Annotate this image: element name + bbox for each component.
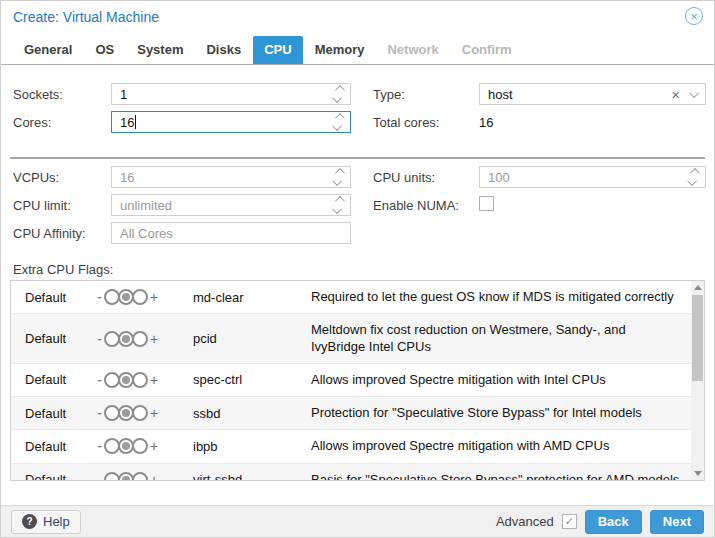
flag-tristate-slider[interactable]: - + [97, 289, 193, 305]
next-button[interactable]: Next [650, 510, 704, 534]
extra-cpu-flags-label: Extra CPU Flags: [13, 262, 113, 277]
scrollbar-thumb[interactable] [692, 295, 703, 381]
chevron-down-icon [332, 93, 342, 103]
grid-scrollbar[interactable] [691, 281, 704, 480]
advanced-label: Advanced [496, 514, 554, 529]
flag-description: Basis for "Speculative Store Bypass" pro… [311, 472, 687, 482]
flag-tristate-slider[interactable]: - + [97, 372, 193, 388]
cpu-affinity-label: CPU Affinity: [13, 226, 86, 241]
chevron-down-icon [687, 176, 697, 186]
plus-icon: + [150, 332, 158, 346]
minus-icon: - [97, 332, 102, 346]
spinner-buttons[interactable] [335, 196, 344, 214]
clear-icon[interactable]: × [671, 87, 680, 102]
footer-bar: ? Help Advanced ✓ Back Next [1, 505, 714, 537]
flag-tristate-slider[interactable]: - + [97, 405, 193, 421]
flag-tristate-slider[interactable]: - + [97, 472, 193, 481]
back-button[interactable]: Back [585, 510, 642, 534]
flag-description: Allows improved Spectre mitigation with … [311, 372, 687, 388]
tab-system[interactable]: System [126, 36, 194, 64]
tristate-on-circle [132, 472, 148, 481]
type-label: Type: [373, 87, 405, 102]
plus-icon: + [150, 290, 158, 304]
cpu-units-label: CPU units: [373, 170, 435, 185]
plus-icon: + [150, 373, 158, 387]
plus-icon: + [150, 406, 158, 420]
flag-tristate-slider[interactable]: - + [97, 438, 193, 454]
section-separator [10, 157, 705, 159]
tab-network: Network [376, 36, 449, 64]
create-vm-dialog: Create: Virtual Machine × GeneralOSSyste… [0, 0, 715, 538]
cpu-limit-input[interactable]: unlimited [111, 194, 351, 216]
spinner-buttons[interactable] [690, 168, 699, 186]
vcpus-label: VCPUs: [13, 170, 59, 185]
minus-icon: - [97, 473, 102, 481]
plus-icon: + [150, 473, 158, 481]
chevron-down-icon [332, 204, 342, 214]
scroll-up-icon[interactable] [691, 281, 704, 294]
cpu-panel: Sockets: 1 Type: host × Cores: 16 Total … [1, 66, 714, 505]
cpu-flag-row[interactable]: Default - + spec-ctrl Allows improved Sp… [11, 364, 691, 397]
scroll-down-icon[interactable] [691, 467, 704, 480]
cpu-flag-row[interactable]: Default - + ssbd Protection for "Specula… [11, 397, 691, 430]
chevron-down-icon [332, 176, 342, 186]
enable-numa-checkbox[interactable] [479, 196, 494, 211]
spinner-buttons[interactable] [335, 168, 344, 186]
tristate-on-circle [132, 405, 148, 421]
cpu-units-input[interactable]: 100 [479, 166, 706, 188]
cpu-flag-row[interactable]: Default - + virt-ssbd Basis for "Specula… [11, 464, 691, 482]
cpu-flags-grid: Default - + md-clear Required to let the… [10, 280, 705, 481]
window-title: Create: Virtual Machine [13, 9, 159, 25]
flag-tristate-slider[interactable]: - + [97, 331, 193, 347]
vcpus-input[interactable]: 16 [111, 166, 351, 188]
text-caret [135, 115, 136, 129]
cpu-limit-label: CPU limit: [13, 198, 71, 213]
sockets-input[interactable]: 1 [111, 83, 351, 105]
tab-memory[interactable]: Memory [304, 36, 376, 64]
tristate-on-circle [132, 289, 148, 305]
flag-state: Default [25, 472, 97, 481]
flag-name: ssbd [193, 406, 311, 421]
flag-state: Default [25, 439, 97, 454]
chevron-down-icon[interactable] [689, 88, 699, 98]
minus-icon: - [97, 373, 102, 387]
cpu-flag-row[interactable]: Default - + md-clear Required to let the… [11, 281, 691, 314]
flag-state: Default [25, 372, 97, 387]
check-icon: ✓ [565, 515, 574, 528]
tristate-on-circle [132, 438, 148, 454]
tab-disks[interactable]: Disks [195, 36, 252, 64]
help-button[interactable]: ? Help [11, 510, 81, 534]
help-icon: ? [22, 514, 37, 529]
cpu-flags-rows: Default - + md-clear Required to let the… [11, 281, 691, 481]
cpu-flag-row[interactable]: Default - + pcid Meltdown fix cost reduc… [11, 314, 691, 364]
flag-description: Meltdown fix cost reduction on Westmere,… [311, 322, 687, 355]
sockets-label: Sockets: [13, 87, 63, 102]
close-icon[interactable]: × [685, 7, 703, 25]
flag-name: pcid [193, 331, 311, 346]
tab-os[interactable]: OS [84, 36, 125, 64]
advanced-checkbox[interactable]: ✓ [562, 514, 577, 529]
spinner-buttons[interactable] [335, 85, 344, 103]
flag-state: Default [25, 290, 97, 305]
minus-icon: - [97, 406, 102, 420]
cores-label: Cores: [13, 115, 51, 130]
plus-icon: + [150, 439, 158, 453]
chevron-down-icon [332, 121, 342, 131]
tristate-on-circle [132, 331, 148, 347]
spinner-buttons[interactable] [335, 113, 344, 131]
tab-bar: GeneralOSSystemDisksCPUMemoryNetworkConf… [1, 31, 714, 65]
cores-input[interactable]: 16 [111, 111, 351, 133]
cpu-flag-row[interactable]: Default - + ibpb Allows improved Spectre… [11, 430, 691, 463]
cpu-type-combo[interactable]: host × [479, 83, 706, 105]
total-cores-label: Total cores: [373, 115, 439, 130]
flag-name: md-clear [193, 290, 311, 305]
flag-state: Default [25, 406, 97, 421]
flag-description: Allows improved Spectre mitigation with … [311, 438, 687, 454]
flag-description: Protection for "Speculative Store Bypass… [311, 405, 687, 421]
tab-cpu[interactable]: CPU [253, 36, 302, 64]
cpu-affinity-input[interactable]: All Cores [111, 222, 351, 244]
flag-description: Required to let the guest OS know if MDS… [311, 289, 687, 305]
tab-confirm: Confirm [451, 36, 523, 64]
tab-general[interactable]: General [13, 36, 83, 64]
flag-name: spec-ctrl [193, 372, 311, 387]
